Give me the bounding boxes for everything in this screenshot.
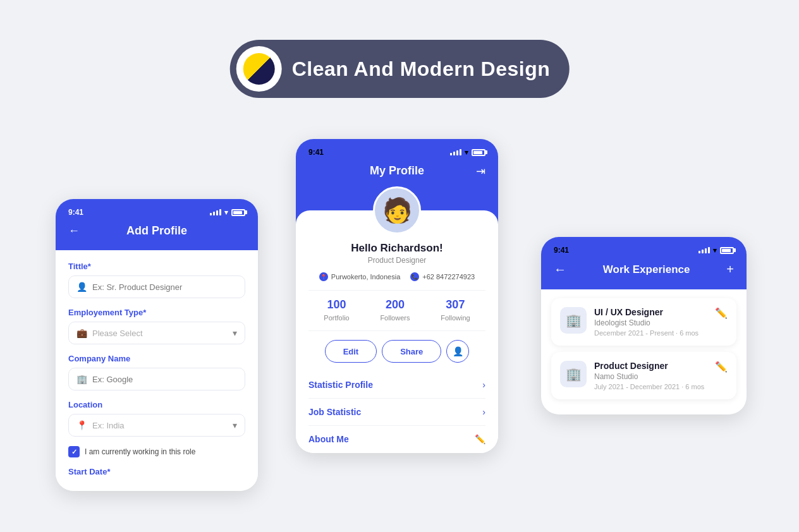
employment-placeholder: Please Select: [92, 329, 143, 338]
my-profile-nav: My Profile ⇥: [308, 164, 485, 178]
title-label: Tittle*: [68, 262, 245, 271]
profile-avatar: 🧑: [373, 186, 421, 234]
profile-info-row: 📍 Purwokerto, Indonesia 📞 +62 8472274923: [308, 272, 485, 281]
stat-portfolio-num: 100: [324, 298, 349, 311]
stats-row: 100 Portfolio 200 Followers 307 Followin…: [308, 290, 485, 331]
work-dates-1: December 2021 - Present · 6 mos: [594, 329, 707, 337]
add-profile-nav: ← Add Profile: [68, 224, 245, 238]
profile-phone: 📞 +62 8472274923: [410, 272, 475, 281]
profile-white-card: Hello Richardson! Product Designer 📍 Pur…: [296, 210, 498, 453]
wifi-icon-3: ▾: [713, 246, 717, 255]
menu-job-statistic[interactable]: Job Statistic ›: [308, 399, 485, 426]
company-input-row[interactable]: 🏢: [68, 368, 245, 390]
stat-portfolio: 100 Portfolio: [324, 298, 349, 323]
back-button-1[interactable]: ←: [68, 224, 80, 238]
badge-icon-circle: [236, 46, 282, 92]
logout-button[interactable]: ⇥: [476, 164, 485, 178]
chevron-right-icon-2: ›: [482, 407, 485, 417]
phone-add-profile: 9:41 ▾ ← Add Profile Tittle*: [56, 199, 258, 491]
work-info-2: Product Designer Namo Studio July 2021 -…: [594, 361, 707, 390]
company-name-1: Ideologist Studio: [594, 318, 707, 327]
stat-portfolio-label: Portfolio: [324, 314, 349, 322]
status-time-2: 9:41: [308, 148, 324, 157]
location-dot-icon: 📍: [319, 272, 328, 281]
work-card-1: 🏢 UI / UX Designer Ideologist Studio Dec…: [551, 298, 736, 346]
building-icon: 🏢: [76, 374, 87, 384]
share-button[interactable]: Share: [382, 340, 441, 363]
top-badge: Clean And Modern Design: [230, 40, 570, 98]
avatar-image: 🧑: [382, 196, 412, 224]
status-bar-3: 9:41 ▾: [554, 246, 734, 255]
stat-following-label: Following: [441, 314, 470, 322]
employment-label: Employement Type*: [68, 308, 245, 317]
battery-icon-2: [472, 149, 485, 156]
about-me-row: About Me ✏️: [308, 426, 485, 444]
edit-icon-2[interactable]: ✏️: [715, 361, 728, 373]
location-placeholder: Ex: India: [92, 421, 125, 430]
profile-role: Product Designer: [308, 256, 485, 265]
signal-icon-1: [210, 209, 221, 215]
briefcase-icon: 💼: [76, 328, 87, 338]
battery-icon-3: [720, 247, 734, 254]
status-icons-3: ▾: [698, 246, 734, 255]
menu-statistic-profile[interactable]: Statistic Profile ›: [308, 372, 485, 399]
job-title-2: Product Designer: [594, 361, 707, 371]
add-experience-button[interactable]: +: [726, 262, 734, 277]
company-icon-2: 🏢: [560, 361, 587, 387]
profile-avatar-wrap: 🧑: [308, 186, 485, 234]
signal-icon-2: [450, 149, 461, 155]
work-experience-nav: ← Work Experience +: [554, 262, 734, 277]
edit-icon-1[interactable]: ✏️: [715, 307, 728, 319]
employment-select-row[interactable]: 💼 Please Select ▾: [68, 322, 245, 344]
title-input[interactable]: [92, 282, 237, 292]
chevron-down-icon-2[interactable]: ▾: [233, 420, 237, 430]
wifi-icon-2: ▾: [465, 148, 468, 157]
menu-job-label: Job Statistic: [308, 407, 361, 417]
work-experience-title: Work Experience: [603, 263, 690, 276]
status-time-3: 9:41: [554, 246, 569, 255]
location-icon: 📍: [76, 420, 87, 430]
title-input-row[interactable]: 👤: [68, 275, 245, 298]
battery-icon-1: [231, 209, 245, 216]
company-input[interactable]: [92, 375, 237, 384]
profile-name: Hello Richardson!: [308, 242, 485, 255]
stat-followers-label: Followers: [380, 314, 410, 322]
stat-followers-num: 200: [380, 298, 410, 311]
stat-following: 307 Following: [441, 298, 470, 323]
add-profile-header: 9:41 ▾ ← Add Profile: [56, 199, 258, 250]
about-me-edit-icon[interactable]: ✏️: [475, 434, 485, 444]
location-label: Location: [68, 400, 245, 409]
my-profile-title: My Profile: [370, 164, 424, 178]
profile-location: 📍 Purwokerto, Indonesia: [319, 272, 400, 281]
status-time-1: 9:41: [68, 208, 83, 217]
work-experience-body: 🏢 UI / UX Designer Ideologist Studio Dec…: [541, 289, 747, 414]
phone-my-profile: 9:41 ▾ My Profile ⇥ 🧑: [296, 139, 498, 453]
phone-dot-icon: 📞: [410, 272, 419, 281]
edit-button[interactable]: Edit: [325, 340, 377, 363]
status-bar-1: 9:41 ▾: [68, 208, 245, 217]
my-profile-header: 9:41 ▾ My Profile ⇥ 🧑: [296, 139, 498, 234]
signal-icon-3: [698, 247, 710, 253]
stat-followers: 200 Followers: [380, 298, 410, 323]
stat-following-num: 307: [441, 298, 470, 311]
company-name-2: Namo Studio: [594, 372, 707, 381]
checkbox-row[interactable]: I am currently working in this role: [68, 446, 245, 457]
checkbox-working[interactable]: [68, 446, 80, 457]
badge-text: Clean And Modern Design: [292, 57, 551, 81]
job-title-1: UI / UX Designer: [594, 307, 707, 317]
company-label: Company Name: [68, 354, 245, 363]
menu-statistic-label: Statistic Profile: [308, 380, 373, 390]
checkbox-label: I am currently working in this role: [85, 447, 195, 456]
action-row: Edit Share 👤: [308, 340, 485, 363]
location-select-row[interactable]: 📍 Ex: India ▾: [68, 414, 245, 437]
work-info-1: UI / UX Designer Ideologist Studio Decem…: [594, 307, 707, 337]
connect-button[interactable]: 👤: [446, 340, 469, 363]
phone-work-experience: 9:41 ▾ ← Work Experience + 🏢: [541, 237, 747, 414]
company-icon-1: 🏢: [560, 307, 587, 334]
work-dates-2: July 2021 - December 2021 · 6 mos: [594, 383, 707, 390]
start-date-label: Start Date*: [68, 467, 245, 476]
add-profile-form: Tittle* 👤 Employement Type* 💼 Please Sel…: [56, 250, 258, 491]
chevron-down-icon-1[interactable]: ▾: [233, 328, 237, 338]
add-profile-title: Add Profile: [126, 224, 187, 238]
back-button-work[interactable]: ←: [554, 262, 566, 277]
